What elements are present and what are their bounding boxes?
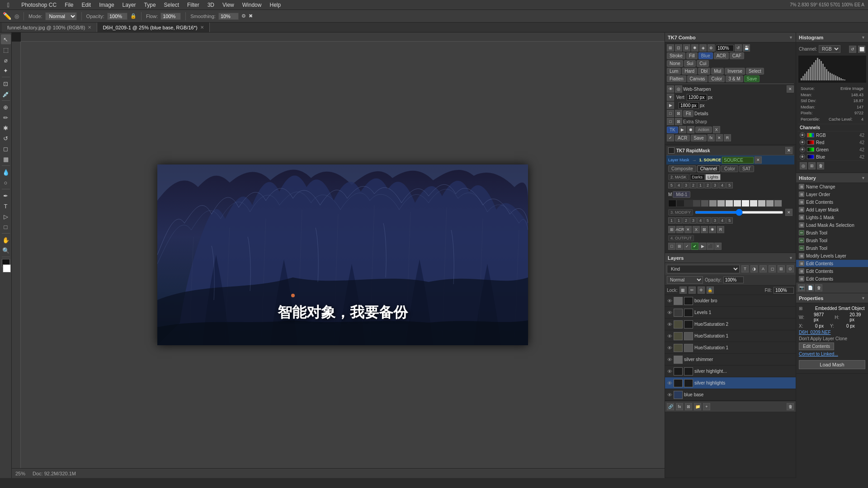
- dbl-btn[interactable]: Dbl: [698, 68, 710, 75]
- eye-highlights[interactable]: 👁: [667, 380, 672, 386]
- mask-num-2a[interactable]: 2: [690, 182, 697, 188]
- channel-rgb-row[interactable]: 👁 RGB 42: [798, 131, 866, 139]
- modify-slider[interactable]: [695, 211, 783, 214]
- history-header[interactable]: History ▼: [796, 173, 868, 183]
- rm-tab-composite[interactable]: Composite: [668, 165, 696, 172]
- tk7-icon-x2[interactable]: ✕: [716, 134, 723, 141]
- tk7-icon-4[interactable]: ✱: [691, 44, 698, 52]
- eye-huesat1a[interactable]: 👁: [667, 333, 672, 339]
- mask-cell-13[interactable]: [766, 200, 774, 207]
- smoothing-options-icon[interactable]: ⚙: [241, 13, 246, 19]
- properties-header[interactable]: Properties ▼: [796, 293, 868, 303]
- tk7-mask-icon[interactable]: ⊠: [675, 110, 682, 117]
- out-icon-1[interactable]: □: [668, 243, 675, 250]
- new-layer-icon[interactable]: +: [703, 403, 710, 410]
- inverse-btn[interactable]: Inverse: [725, 68, 745, 75]
- out-icon-2[interactable]: ⊞: [676, 243, 683, 250]
- lights-btn[interactable]: Lights: [705, 174, 721, 180]
- mask-cell-1[interactable]: [668, 200, 676, 207]
- layer-row-bluebase[interactable]: 👁 blue base: [665, 389, 796, 401]
- zoom-tool[interactable]: 🔍: [1, 245, 11, 255]
- layer-filter-select[interactable]: Kind: [667, 265, 740, 273]
- mod-icon-5[interactable]: ⊠: [701, 226, 708, 233]
- mod-icon-2[interactable]: ACR: [676, 226, 684, 233]
- tk7-vert-icon[interactable]: ▼: [667, 94, 674, 101]
- history-brush-tool[interactable]: ↺: [1, 133, 11, 143]
- mod-num-7[interactable]: 3: [712, 217, 718, 224]
- dodge-tool[interactable]: ○: [1, 178, 11, 188]
- convert-linked-link[interactable]: Convert to Linked...: [799, 352, 838, 357]
- channel-eye-green[interactable]: 👁: [800, 147, 805, 152]
- channel-eye-blue[interactable]: 👁: [800, 154, 805, 160]
- select-btn[interactable]: Select: [746, 68, 764, 75]
- channels-icon-3[interactable]: 🗑: [817, 162, 824, 169]
- stroke-btn[interactable]: Stroke: [667, 52, 685, 59]
- history-item-9[interactable]: ⊞ Modify Levels Layer: [796, 252, 868, 260]
- history-item-2[interactable]: ⊞ Edit Contents: [796, 198, 868, 206]
- healing-tool[interactable]: ⊕: [1, 102, 11, 112]
- history-delete-icon[interactable]: 🗑: [815, 284, 822, 291]
- delete-layer-icon[interactable]: 🗑: [787, 403, 794, 410]
- tk7-save-icon[interactable]: 💾: [743, 44, 750, 52]
- history-item-5[interactable]: ⊞ Load Mask As Selection: [796, 221, 868, 229]
- mask-num-3a[interactable]: 3: [683, 182, 689, 188]
- tk7-refresh-icon[interactable]: ↺: [735, 44, 742, 52]
- channels-icon-2[interactable]: ⊞: [808, 162, 816, 169]
- mask-num-4b[interactable]: 4: [719, 182, 726, 188]
- tk7-collapse-icon[interactable]: ▼: [789, 35, 793, 40]
- mod-num-4[interactable]: 3: [690, 217, 697, 224]
- layer-row-levels1[interactable]: 👁 Levels 1: [665, 307, 796, 319]
- mod-icon-6[interactable]: ✺: [709, 226, 716, 233]
- 3m-btn[interactable]: 3 & M: [726, 75, 743, 82]
- eye-boulder[interactable]: 👁: [667, 298, 672, 304]
- out-icon-7[interactable]: ✕: [714, 243, 722, 250]
- rm-tab-channel[interactable]: Channel: [697, 165, 720, 172]
- brush-size-icon[interactable]: ◎: [14, 13, 19, 19]
- mod-num-1[interactable]: 1: [668, 217, 675, 224]
- flow-input[interactable]: [160, 13, 181, 20]
- history-item-8[interactable]: ✏ Brush Tool: [796, 244, 868, 252]
- blend-mode-select[interactable]: Normal: [667, 276, 703, 284]
- lum-btn[interactable]: Lum: [667, 68, 681, 75]
- mod-num-8[interactable]: 4: [719, 217, 726, 224]
- gradient-tool[interactable]: ▦: [1, 154, 11, 164]
- edit-contents-btn[interactable]: Edit Contents: [799, 343, 834, 350]
- brush-tool-icon[interactable]: ✏️: [3, 12, 12, 20]
- add-style-icon[interactable]: fx: [676, 403, 683, 410]
- load-mash-button[interactable]: Load Mash: [799, 360, 865, 369]
- flatten-btn[interactable]: Flatten: [667, 75, 686, 82]
- apple-menu[interactable]: : [4, 0, 13, 9]
- rapid-mask-header[interactable]: TK7 RapidMask ✕: [666, 146, 794, 155]
- tk7-horiz-icon[interactable]: ▶: [667, 102, 674, 109]
- channels-icon-1[interactable]: ◎: [800, 162, 807, 169]
- crop-tool[interactable]: ⊡: [1, 79, 11, 89]
- channel-eye-rgb[interactable]: 👁: [800, 132, 805, 138]
- tk7-sharp-icon[interactable]: ◎: [675, 85, 682, 93]
- layer-shape-icon[interactable]: ◻: [769, 265, 776, 272]
- layer-row-highlight1[interactable]: 👁 silver highlight...: [665, 366, 796, 377]
- layer-filter-toggle[interactable]: ⊙: [787, 265, 794, 272]
- add-mask-icon[interactable]: ⊠: [685, 403, 692, 410]
- pen-tool[interactable]: ✒: [1, 191, 11, 201]
- layer-smart-icon[interactable]: ⊞: [778, 265, 785, 272]
- vert-input[interactable]: [687, 94, 707, 101]
- mod-num-2[interactable]: 1: [675, 217, 682, 224]
- eye-huesat2[interactable]: 👁: [667, 322, 672, 327]
- histogram-expand-icon[interactable]: ⬜: [858, 46, 865, 53]
- history-item-3[interactable]: ⊞ Add Layer Mask: [796, 206, 868, 214]
- erase-icon[interactable]: ✖: [249, 13, 253, 19]
- layer-row-huesat1b[interactable]: 👁 Hue/Saturation 1: [665, 342, 796, 354]
- channel-green-row[interactable]: 👁 Green 42: [798, 146, 866, 153]
- history-item-7[interactable]: ✏ Brush Tool: [796, 237, 868, 244]
- layer-text-icon[interactable]: A: [760, 265, 767, 272]
- tk7-icon-1[interactable]: ⊞: [667, 44, 674, 52]
- eye-huesat1b[interactable]: 👁: [667, 345, 672, 351]
- history-item-4[interactable]: ⊞ Lights-1 Mask: [796, 214, 868, 221]
- source-close-icon[interactable]: ✕: [755, 156, 762, 164]
- save-btn-bottom[interactable]: Save: [691, 135, 707, 141]
- canvas-btn[interactable]: Canvas: [687, 75, 708, 82]
- mask-num-1[interactable]: 1: [697, 182, 704, 188]
- color-btn[interactable]: Color: [708, 75, 725, 82]
- tk7-icon-fx[interactable]: fx: [708, 134, 715, 141]
- fit-btn[interactable]: Fit: [683, 110, 693, 117]
